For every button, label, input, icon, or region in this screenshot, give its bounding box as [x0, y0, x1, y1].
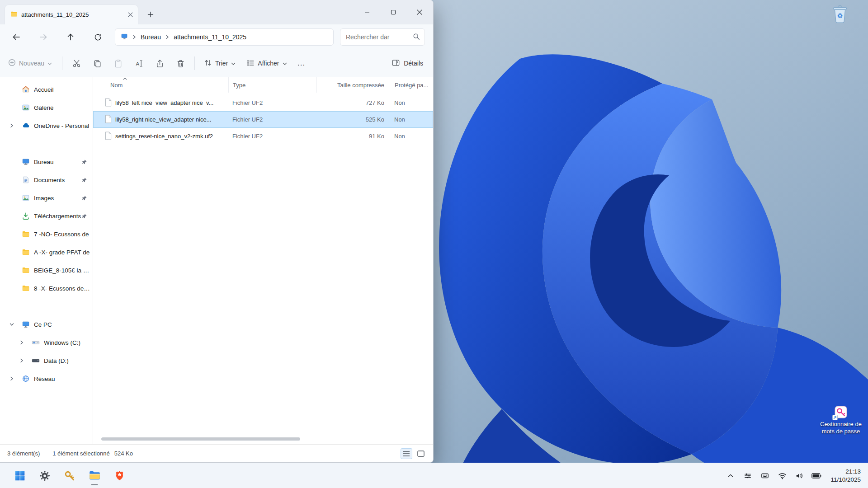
maximize-button[interactable]: [380, 0, 406, 24]
svg-text:♻: ♻: [837, 12, 843, 19]
paste-button[interactable]: [108, 54, 128, 72]
chevron-right-icon[interactable]: [17, 358, 26, 363]
navigation-pane: Accueil Galerie OneDrive -: [0, 77, 93, 444]
toolbar-divider: [62, 56, 62, 70]
delete-button[interactable]: [170, 54, 191, 72]
file-explorer-window: attachments_11_10_2025: [0, 0, 434, 463]
column-header-size[interactable]: Taille compressée: [316, 77, 389, 93]
minimize-button[interactable]: [354, 0, 380, 24]
settings-button[interactable]: [35, 466, 55, 486]
key-icon: [64, 470, 75, 482]
battery-icon[interactable]: [811, 470, 822, 482]
start-button[interactable]: [10, 466, 30, 486]
details-view-toggle[interactable]: [401, 448, 412, 459]
active-app-indicator: [91, 484, 98, 485]
sidebar-item-folder-7-no-ecussons[interactable]: 7 -NO- Ecussons de: [2, 225, 91, 243]
taskbar-clock[interactable]: 21:13 11/10/2025: [830, 468, 861, 483]
chevron-right-icon[interactable]: [17, 340, 26, 345]
cut-button[interactable]: [66, 54, 87, 72]
navigation-bar: Bureau attachments_11_10_2025: [0, 24, 433, 50]
password-manager-shortcut[interactable]: Gestionnaire de mots de passe: [816, 405, 865, 436]
sidebar-item-folder-beige[interactable]: BEIGE_8-105€ la pai: [2, 261, 91, 279]
sidebar-item-reseau[interactable]: Réseau: [2, 370, 91, 388]
search-box[interactable]: [340, 28, 425, 46]
explorer-tab[interactable]: attachments_11_10_2025: [5, 5, 138, 24]
new-button[interactable]: Nouveau: [8, 59, 52, 68]
volume-icon[interactable]: [793, 470, 805, 482]
sidebar-item-folder-8-x-ecussons[interactable]: 8 -X- Ecussons de co: [2, 279, 91, 297]
copy-button[interactable]: [87, 54, 108, 72]
column-header-name[interactable]: Nom: [101, 77, 228, 93]
details-pane-icon: [392, 59, 400, 68]
chevron-right-icon: [165, 34, 170, 41]
column-header-protected[interactable]: Protégé pa...: [389, 77, 433, 93]
breadcrumb-item-bureau[interactable]: Bureau: [141, 33, 161, 41]
file-list: Nom Type Taille compressée Protégé pa...: [93, 77, 433, 444]
sidebar-item-accueil[interactable]: Accueil: [2, 80, 91, 99]
sidebar-item-documents[interactable]: Documents: [2, 171, 91, 189]
file-type: Fichier UF2: [228, 99, 316, 106]
sidebar-item-data-d[interactable]: Data (D:): [2, 352, 91, 370]
breadcrumb[interactable]: Bureau attachments_11_10_2025: [115, 28, 334, 46]
file-explorer-button[interactable]: [85, 466, 104, 486]
search-icon[interactable]: [413, 33, 420, 42]
details-pane-button[interactable]: Détails: [392, 59, 423, 68]
scrollbar-thumb[interactable]: [101, 437, 300, 441]
titlebar[interactable]: attachments_11_10_2025: [0, 0, 433, 24]
sidebar-item-images[interactable]: Images: [2, 189, 91, 207]
hidden-icons-button[interactable]: [725, 470, 736, 482]
touch-keyboard-icon[interactable]: [759, 470, 771, 482]
breadcrumb-item-current[interactable]: attachments_11_10_2025: [174, 33, 246, 41]
up-button[interactable]: [61, 28, 80, 46]
chevron-right-icon[interactable]: [7, 123, 16, 128]
password-manager-button[interactable]: [60, 466, 80, 486]
sidebar-item-ce-pc[interactable]: Ce PC: [2, 315, 91, 333]
large-icons-view-toggle[interactable]: [415, 448, 427, 459]
brave-browser-button[interactable]: [109, 466, 129, 486]
share-button[interactable]: [149, 54, 170, 72]
file-icon: [105, 115, 112, 125]
file-protected: Non: [389, 133, 433, 140]
selection-size: 524 Ko: [114, 450, 133, 457]
wifi-icon[interactable]: [776, 470, 788, 482]
pictures-icon: [22, 194, 30, 202]
sidebar-item-folder-a-x-grade[interactable]: A -X- grade PFAT de: [2, 243, 91, 261]
chevron-right-icon[interactable]: [7, 376, 16, 381]
search-input[interactable]: [346, 33, 410, 41]
column-header-type[interactable]: Type: [228, 77, 316, 93]
sort-button[interactable]: Trier: [198, 54, 241, 72]
selection-count: 1 élément sélectionné: [52, 450, 109, 457]
command-bar: Nouveau A: [0, 50, 433, 77]
gear-icon: [39, 470, 51, 482]
back-button[interactable]: [6, 28, 26, 46]
chevron-down-icon[interactable]: [7, 322, 16, 327]
file-size: 727 Ko: [316, 99, 389, 106]
file-row[interactable]: lily58_left nice_view_adapter nice_v... …: [93, 94, 433, 111]
recycle-bin-glyph: ♻: [831, 4, 849, 23]
sidebar-item-galerie[interactable]: Galerie: [2, 99, 91, 117]
sidebar-item-telechargements[interactable]: Téléchargements: [2, 207, 91, 225]
view-button[interactable]: Afficher: [241, 54, 292, 72]
refresh-button[interactable]: [88, 28, 108, 46]
file-row-selected[interactable]: lily58_right nice_view_adapter nice... F…: [93, 111, 433, 128]
new-tab-button[interactable]: [144, 8, 157, 21]
sort-label: Trier: [215, 60, 228, 67]
sidebar-item-bureau[interactable]: Bureau: [2, 153, 91, 171]
mixer-icon[interactable]: [742, 470, 754, 482]
sidebar-item-onedrive[interactable]: OneDrive - Personal: [2, 117, 91, 135]
file-row[interactable]: settings_reset-nice_nano_v2-zmk.uf2 Fich…: [93, 128, 433, 145]
close-button[interactable]: [406, 0, 433, 24]
sort-ascending-icon: [123, 78, 127, 80]
rename-button[interactable]: A: [128, 54, 149, 72]
file-icon: [105, 98, 112, 108]
more-options-button[interactable]: ...: [292, 54, 311, 72]
sidebar-item-windows-c[interactable]: Windows (C:): [2, 333, 91, 352]
forward-button[interactable]: [33, 28, 53, 46]
horizontal-scrollbar[interactable]: [101, 436, 431, 441]
tab-close-button[interactable]: [125, 10, 135, 20]
file-size: 525 Ko: [316, 116, 389, 123]
status-bar: 3 élément(s) 1 élément sélectionné 524 K…: [0, 444, 433, 462]
recycle-bin-icon[interactable]: ♻: [831, 4, 849, 23]
folder-icon: [22, 266, 30, 274]
clock-time: 21:13: [830, 468, 861, 476]
